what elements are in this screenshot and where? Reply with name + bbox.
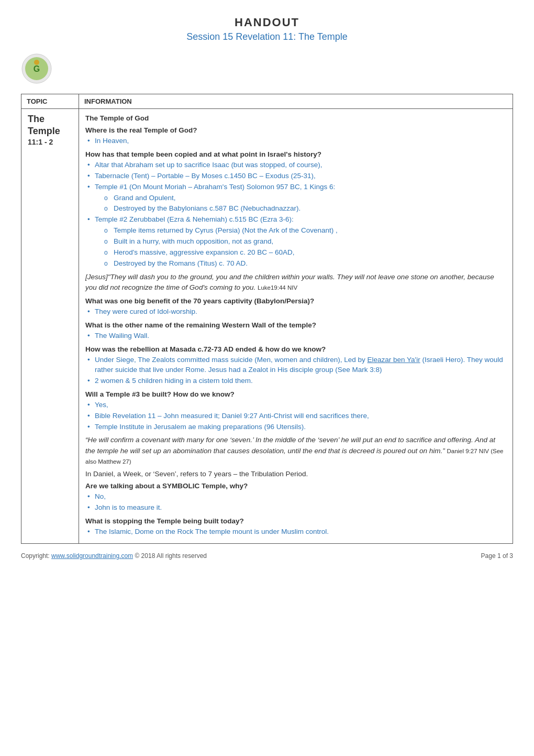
symbolic-list: No, John is to measure it.: [85, 492, 506, 513]
section5-heading: What is the other name of the remaining …: [85, 321, 506, 329]
quote2-block: “He will confirm a covenant with many fo…: [85, 435, 506, 467]
bullet-john: John is to measure it.: [85, 503, 506, 513]
footer-link[interactable]: www.solidgroundtraining.com: [51, 552, 133, 560]
eleazar-name: Eleazar ben Ya'ir: [368, 356, 420, 364]
col-header-topic: TOPIC: [21, 94, 79, 109]
bullet-temple1: Temple #1 (On Mount Moriah – Abraham's T…: [85, 182, 506, 214]
copyright-rest: © 2018 All rights reserved: [133, 552, 207, 560]
section2-heading: Where is the real Temple of God?: [85, 126, 506, 134]
topic-ref: 11:1 - 2: [28, 138, 72, 146]
temple3-list: Yes, Bible Revelation 11 – John measured…: [85, 400, 506, 432]
topic-cell: The Temple 11:1 - 2: [21, 109, 79, 544]
bullet-no: No,: [85, 492, 506, 502]
history-list: Altar that Abraham set up to sacrifice I…: [85, 160, 506, 269]
section9-heading: What is stopping the Temple being built …: [85, 517, 506, 525]
bullet-tabernacle: Tabernacle (Tent) – Portable – By Moses …: [85, 171, 506, 181]
quote2-text: “He will confirm a covenant with many fo…: [85, 436, 495, 454]
stopping-list: The Islamic, Dome on the Rock The temple…: [85, 527, 506, 537]
sub-temple-items: Temple items returned by Cyrus (Persia) …: [95, 226, 506, 236]
svg-point-3: [34, 60, 39, 65]
info-cell: The Temple of God Where is the real Temp…: [79, 109, 513, 544]
quote1-source: Luke19:44 NIV: [258, 284, 297, 291]
bullet-women: 2 women & 5 children hiding in a cistern…: [85, 376, 506, 386]
wailing-list: The Wailing Wall.: [85, 331, 506, 341]
page-header: HANDOUT Session 15 Revelation 11: The Te…: [21, 16, 513, 42]
bullet-heaven: In Heaven,: [85, 136, 506, 146]
bullet-siege: Under Siege, The Zealots committed mass …: [85, 355, 506, 375]
sub-hurry: Built in a hurry, with much opposition, …: [95, 237, 506, 247]
para1: In Daniel, a Week, or ‘Seven’, refers to…: [85, 470, 506, 478]
sub-destroyed1: Destroyed by the Babylonians c.587 BC (N…: [95, 204, 506, 214]
copyright-label: Copyright:: [21, 552, 51, 560]
section4-heading: What was one big benefit of the 70 years…: [85, 297, 506, 305]
quote1-block: [Jesus]"They will dash you to the ground…: [85, 272, 506, 293]
bullet-yes: Yes,: [85, 400, 506, 410]
bullet-wailing: The Wailing Wall.: [85, 331, 506, 341]
subtitle: Session 15 Revelation 11: The Temple: [21, 31, 513, 42]
logo-icon: G: [21, 53, 52, 84]
main-table: TOPIC INFORMATION The Temple 11:1 - 2 Th…: [21, 94, 513, 544]
masada-list: Under Siege, The Zealots committed mass …: [85, 355, 506, 386]
sub-herod: Herod's massive, aggressive expansion c.…: [95, 248, 506, 258]
bullet-bible-rev: Bible Revelation 11 – John measured it; …: [85, 411, 506, 421]
bullet-temple2: Temple #2 Zerubbabel (Ezra & Nehemiah) c…: [85, 215, 506, 268]
section8-heading: Are we talking about a SYMBOLIC Temple, …: [85, 482, 506, 490]
svg-text:G: G: [34, 64, 40, 73]
footer-copyright: Copyright: www.solidgroundtraining.com ©…: [21, 552, 207, 560]
topic-title: The Temple: [28, 113, 72, 138]
section3-heading: How has that temple been copied and at w…: [85, 150, 506, 158]
bullet-temple-inst: Temple Institute in Jerusalem ae making …: [85, 422, 506, 432]
bullet-idol: They were cured of Idol-worship.: [85, 307, 506, 317]
col-header-info: INFORMATION: [79, 94, 513, 109]
bullet-islamic: The Islamic, Dome on the Rock The temple…: [85, 527, 506, 537]
heaven-list: In Heaven,: [85, 136, 506, 146]
temple1-sublist: Grand and Opulent, Destroyed by the Baby…: [95, 193, 506, 214]
sub-grand: Grand and Opulent,: [95, 193, 506, 203]
temple2-sublist: Temple items returned by Cyrus (Persia) …: [95, 226, 506, 269]
main-title: HANDOUT: [21, 16, 513, 29]
page-footer: Copyright: www.solidgroundtraining.com ©…: [21, 552, 513, 560]
section7-heading: Will a Temple #3 be built? How do we kno…: [85, 390, 506, 398]
section6-heading: How was the rebellion at Masada c.72-73 …: [85, 345, 506, 353]
quote1-prefix: [Jesus]: [85, 273, 108, 281]
sub-destroyed2: Destroyed by the Romans (Titus) c. 70 AD…: [95, 259, 506, 269]
bullet-altar: Altar that Abraham set up to sacrifice I…: [85, 160, 506, 170]
footer-page: Page 1 of 3: [481, 552, 513, 560]
idol-list: They were cured of Idol-worship.: [85, 307, 506, 317]
logo-area: G: [21, 53, 513, 86]
section1-heading: The Temple of God: [85, 114, 506, 122]
